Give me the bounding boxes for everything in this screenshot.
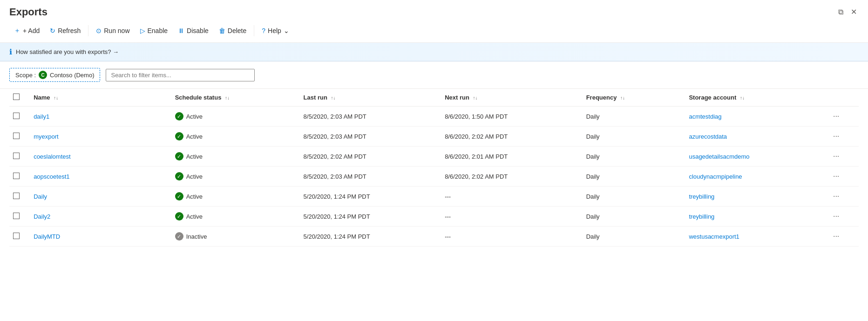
delete-icon: 🗑 xyxy=(219,27,225,34)
col-name-label: Name xyxy=(34,94,50,101)
row-storage-link-1[interactable]: azurecostdata xyxy=(689,133,727,140)
disable-button[interactable]: ⏸ Disable xyxy=(173,24,213,37)
title-actions: ⧉ ✕ xyxy=(836,6,859,18)
toolbar-separator-2 xyxy=(254,25,254,36)
row-storage-link-4[interactable]: treybilling xyxy=(689,193,714,200)
row-storage-link-0[interactable]: acmtestdiag xyxy=(689,113,721,120)
table-row: daily1 ✓ Active 8/5/2020, 2:03 AM PDT 8/… xyxy=(9,107,859,127)
col-lastrun-label: Last run xyxy=(304,94,327,101)
row-checkbox-1[interactable] xyxy=(13,133,20,139)
row-freq-6: Daily xyxy=(586,233,600,240)
row-name-link-5[interactable]: Daily2 xyxy=(34,213,50,220)
status-dot-3: ✓ xyxy=(175,172,183,181)
col-freq-sort-icon[interactable]: ↑↓ xyxy=(620,95,625,100)
table-row: myexport ✓ Active 8/5/2020, 2:03 AM PDT … xyxy=(9,127,859,147)
restore-button[interactable]: ⧉ xyxy=(836,6,845,18)
row-more-button-6[interactable]: ··· xyxy=(830,231,842,241)
close-button[interactable]: ✕ xyxy=(849,6,859,18)
col-storage-sort-icon[interactable]: ↑↓ xyxy=(740,95,745,100)
search-input[interactable] xyxy=(106,69,255,81)
delete-label: Delete xyxy=(228,27,246,34)
help-label: Help xyxy=(268,27,281,34)
col-status-sort-icon[interactable]: ↑↓ xyxy=(225,95,230,100)
status-label-4: Active xyxy=(186,193,203,200)
row-lastrun-6: 5/20/2020, 1:24 PM PDT xyxy=(304,233,370,240)
row-name-link-3[interactable]: aopscoetest1 xyxy=(34,173,69,180)
table-container: Name ↑↓ Schedule status ↑↓ Last run ↑↓ N… xyxy=(0,89,868,247)
row-checkbox-4[interactable] xyxy=(13,193,20,199)
status-dot-4: ✓ xyxy=(175,192,183,201)
col-status-label: Schedule status xyxy=(175,94,222,101)
filter-bar: Scope : C Contoso (Demo) xyxy=(0,61,868,89)
table-header: Name ↑↓ Schedule status ↑↓ Last run ↑↓ N… xyxy=(9,89,859,107)
refresh-label: Refresh xyxy=(58,27,81,34)
select-all-checkbox[interactable] xyxy=(13,94,20,100)
row-lastrun-1: 8/5/2020, 2:03 AM PDT xyxy=(304,133,366,140)
scope-button[interactable]: Scope : C Contoso (Demo) xyxy=(9,68,100,82)
row-storage-link-6[interactable]: westusacmexport1 xyxy=(689,233,739,240)
delete-button[interactable]: 🗑 Delete xyxy=(214,24,251,37)
row-freq-0: Daily xyxy=(586,113,600,120)
row-status-1: ✓ Active xyxy=(175,132,296,140)
enable-button[interactable]: ▷ Enable xyxy=(136,24,173,37)
col-name-sort-icon[interactable]: ↑↓ xyxy=(54,95,58,100)
row-lastrun-5: 5/20/2020, 1:24 PM PDT xyxy=(304,213,370,220)
table-row: Daily ✓ Active 5/20/2020, 1:24 PM PDT --… xyxy=(9,187,859,207)
refresh-button[interactable]: ↻ Refresh xyxy=(45,24,85,37)
status-label-0: Active xyxy=(186,113,203,120)
status-dot-1: ✓ xyxy=(175,132,183,140)
row-nextrun-0: 8/6/2020, 1:50 AM PDT xyxy=(445,113,508,120)
toolbar-separator-1 xyxy=(88,25,88,36)
disable-icon: ⏸ xyxy=(178,27,184,34)
status-dot-6: ✓ xyxy=(175,232,183,241)
runnow-button[interactable]: ⊙ Run now xyxy=(91,24,134,37)
add-icon: ＋ xyxy=(14,27,20,35)
status-dot-2: ✓ xyxy=(175,152,183,160)
row-status-6: ✓ Inactive xyxy=(175,232,296,241)
row-checkbox-3[interactable] xyxy=(13,173,20,179)
row-name-link-4[interactable]: Daily xyxy=(34,193,47,200)
restore-icon: ⧉ xyxy=(838,8,843,16)
help-button[interactable]: ? Help ⌄ xyxy=(257,24,294,37)
scope-prefix-label: Scope : xyxy=(15,72,36,79)
row-freq-2: Daily xyxy=(586,153,600,160)
add-label: + Add xyxy=(23,27,40,34)
add-button[interactable]: ＋ + Add xyxy=(9,24,44,38)
row-name-link-0[interactable]: daily1 xyxy=(34,113,49,120)
row-more-button-2[interactable]: ··· xyxy=(830,151,842,161)
row-checkbox-5[interactable] xyxy=(13,213,20,219)
row-name-link-1[interactable]: myexport xyxy=(34,133,58,140)
row-status-3: ✓ Active xyxy=(175,172,296,181)
status-label-3: Active xyxy=(186,173,203,180)
info-icon: ℹ xyxy=(9,47,12,56)
row-more-button-0[interactable]: ··· xyxy=(830,111,842,121)
table-row: coeslalomtest ✓ Active 8/5/2020, 2:02 AM… xyxy=(9,147,859,167)
row-more-button-1[interactable]: ··· xyxy=(830,131,842,141)
info-bar-text: How satisfied are you with exports? → xyxy=(16,48,119,55)
row-lastrun-3: 8/5/2020, 2:03 AM PDT xyxy=(304,173,366,180)
title-bar: Exports ⧉ ✕ xyxy=(0,0,868,22)
help-icon: ? xyxy=(262,27,265,34)
col-nextrun-sort-icon[interactable]: ↑↓ xyxy=(473,95,478,100)
row-more-button-5[interactable]: ··· xyxy=(830,211,842,221)
row-nextrun-1: 8/6/2020, 2:02 AM PDT xyxy=(445,133,508,140)
row-status-2: ✓ Active xyxy=(175,152,296,160)
row-more-button-4[interactable]: ··· xyxy=(830,191,842,201)
row-checkbox-0[interactable] xyxy=(13,113,20,119)
table-body: daily1 ✓ Active 8/5/2020, 2:03 AM PDT 8/… xyxy=(9,107,859,247)
row-name-link-2[interactable]: coeslalomtest xyxy=(34,153,70,160)
row-checkbox-2[interactable] xyxy=(13,153,20,159)
row-storage-link-3[interactable]: cloudynacmpipeline xyxy=(689,173,742,180)
col-lastrun-sort-icon[interactable]: ↑↓ xyxy=(331,95,336,100)
row-storage-link-5[interactable]: treybilling xyxy=(689,213,714,220)
row-name-link-6[interactable]: DailyMTD xyxy=(34,233,60,240)
runnow-label: Run now xyxy=(104,27,129,34)
row-checkbox-6[interactable] xyxy=(13,233,20,239)
row-nextrun-5: --- xyxy=(445,213,451,220)
row-freq-5: Daily xyxy=(586,213,600,220)
row-more-button-3[interactable]: ··· xyxy=(830,171,842,181)
row-storage-link-2[interactable]: usagedetailsacmdemo xyxy=(689,153,749,160)
row-nextrun-2: 8/6/2020, 2:01 AM PDT xyxy=(445,153,508,160)
row-status-5: ✓ Active xyxy=(175,212,296,221)
status-label-2: Active xyxy=(186,153,203,160)
